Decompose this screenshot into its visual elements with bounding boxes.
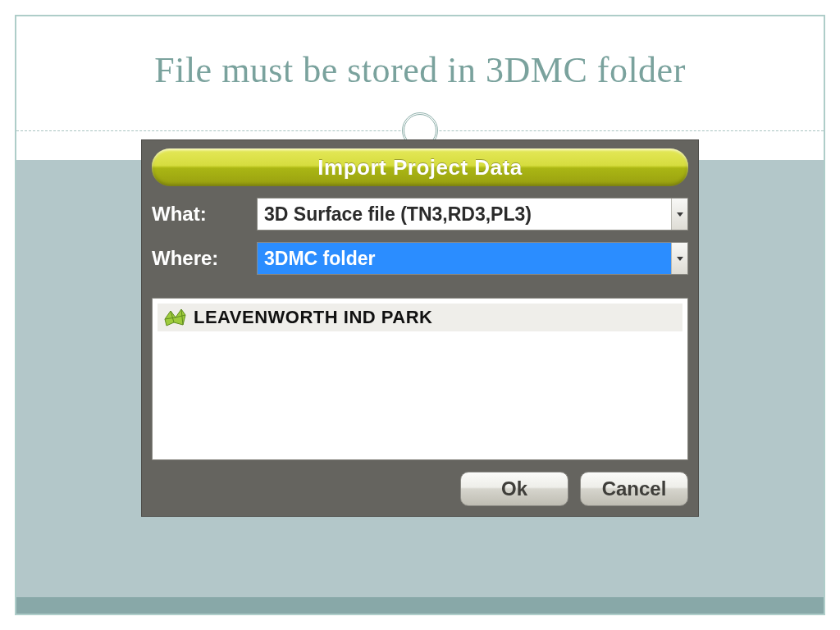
where-row: Where: 3DMC folder bbox=[152, 242, 688, 275]
chevron-down-icon[interactable] bbox=[671, 199, 687, 230]
list-item-label: LEAVENWORTH IND PARK bbox=[194, 307, 433, 328]
dialog-title: Import Project Data bbox=[152, 148, 688, 186]
ok-button[interactable]: Ok bbox=[460, 472, 568, 506]
bottom-strip bbox=[16, 597, 824, 614]
what-label: What: bbox=[152, 203, 257, 226]
chevron-down-icon[interactable] bbox=[671, 243, 687, 274]
where-dropdown[interactable]: 3DMC folder bbox=[257, 242, 688, 275]
where-value: 3DMC folder bbox=[258, 243, 671, 274]
what-value: 3D Surface file (TN3,RD3,PL3) bbox=[258, 199, 671, 230]
button-row: Ok Cancel bbox=[152, 472, 688, 506]
surface-icon bbox=[162, 308, 187, 327]
list-item[interactable]: LEAVENWORTH IND PARK bbox=[158, 304, 682, 331]
where-label: Where: bbox=[152, 247, 257, 270]
cancel-button[interactable]: Cancel bbox=[580, 472, 688, 506]
slide-title: File must be stored in 3DMC folder bbox=[16, 16, 824, 107]
what-dropdown[interactable]: 3D Surface file (TN3,RD3,PL3) bbox=[257, 198, 688, 231]
import-dialog: Import Project Data What: 3D Surface fil… bbox=[141, 139, 699, 517]
what-row: What: 3D Surface file (TN3,RD3,PL3) bbox=[152, 198, 688, 231]
file-list[interactable]: LEAVENWORTH IND PARK bbox=[152, 298, 688, 460]
